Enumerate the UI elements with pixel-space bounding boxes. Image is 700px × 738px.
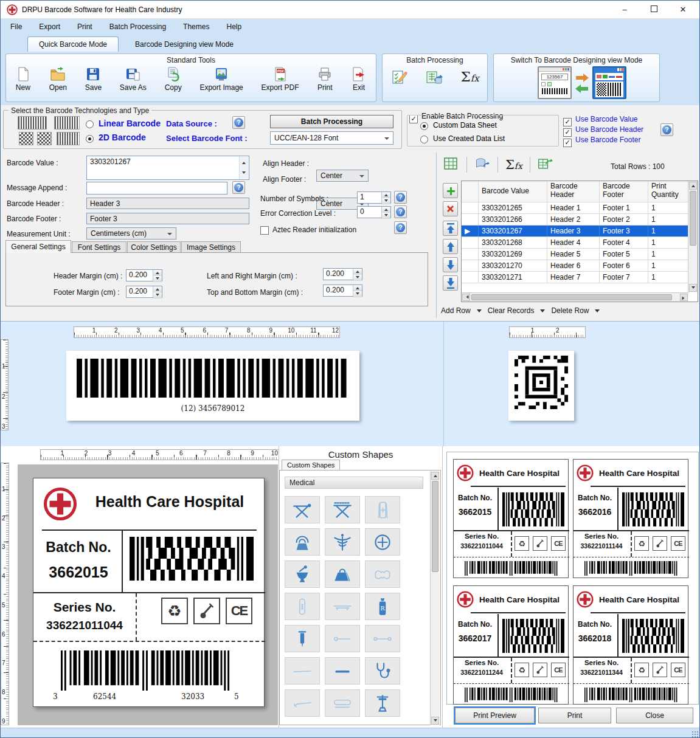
table-row[interactable]: 3303201270Header 6Footer 61 <box>462 260 698 272</box>
footer-margin-stepper[interactable]: 0.200 <box>126 286 162 298</box>
tab-quick-barcode-mode[interactable]: Quick Barcode Mode <box>27 36 119 52</box>
tab-general-settings[interactable]: General Settings <box>5 240 71 253</box>
batch-data-grid[interactable]: Barcode Value Barcode Header Barcode Foo… <box>461 181 698 302</box>
tab-barcode-designing-view-mode[interactable]: Barcode Designing view Mode <box>130 36 239 52</box>
top-bottom-margin-stepper[interactable]: 0.200 <box>323 285 362 297</box>
copy-button[interactable]: Copy <box>165 66 182 92</box>
open-button[interactable]: Open <box>49 66 67 92</box>
move-up-button[interactable] <box>443 239 458 254</box>
column-barcode-value[interactable]: Barcode Value <box>479 181 547 202</box>
print-button[interactable]: Print <box>317 66 333 92</box>
shape-rx-bottle[interactable]: R <box>365 593 400 620</box>
2d-barcode-label[interactable]: 2D Barcode <box>99 133 146 142</box>
batch-processing-button[interactable]: Batch Processing <box>270 115 393 128</box>
barcode-font-select[interactable]: UCC/EAN-128 Font <box>270 131 393 145</box>
shape-hospital-bed[interactable] <box>365 496 400 523</box>
use-barcode-footer-label[interactable]: Use Barcode Footer <box>575 136 640 144</box>
2d-barcode-radio[interactable] <box>86 133 94 144</box>
shape-scalpel[interactable] <box>285 657 320 685</box>
table-row[interactable]: 3303201271Header 7Footer 71 <box>462 272 698 283</box>
column-barcode-header[interactable]: Barcode Header <box>547 181 600 202</box>
grid-horizontal-scrollbar[interactable] <box>462 292 688 302</box>
table-row[interactable]: 3303201266Header 2Footer 21 <box>462 214 698 226</box>
barcode-header-input[interactable]: Header 3 <box>86 198 249 209</box>
shape-band-aid[interactable] <box>285 593 320 620</box>
exit-button[interactable]: Exit <box>351 66 367 92</box>
dropdown-arrow-icon[interactable] <box>595 309 600 315</box>
grid-formula-button[interactable]: Σfx <box>505 157 522 172</box>
delete-row-button-icon[interactable] <box>443 201 458 216</box>
dropdown-arrow-icon[interactable] <box>540 309 545 315</box>
move-first-button[interactable] <box>443 221 458 236</box>
shape-doctor-bag[interactable] <box>325 560 360 588</box>
shape-needle-probe[interactable] <box>365 625 400 652</box>
new-sheet-button[interactable] <box>443 156 459 173</box>
add-row-button[interactable]: Add Row <box>441 306 471 315</box>
shape-tweezers[interactable] <box>285 689 320 717</box>
shapes-scrollbar[interactable] <box>430 471 440 725</box>
shape-caduceus[interactable] <box>325 528 360 556</box>
tab-font-settings[interactable]: Font Settings <box>72 241 126 253</box>
linear-barcode-preview[interactable]: (12) 3456789012 <box>66 351 359 421</box>
align-header-select[interactable]: Center <box>316 170 369 182</box>
formula-button[interactable]: Σfx <box>460 69 479 84</box>
custom-data-sheet-radio[interactable] <box>420 120 428 131</box>
created-data-list-label[interactable]: Use Created Data List <box>433 134 505 143</box>
use-barcode-footer-checkbox[interactable]: ✓ <box>563 135 572 147</box>
created-data-list-radio[interactable] <box>420 134 428 145</box>
shape-medical-cross[interactable] <box>365 528 400 556</box>
move-last-button[interactable] <box>443 275 458 291</box>
switch-mode-group[interactable]: Switch To Barcode Designing view Mode 12… <box>493 53 660 102</box>
menu-item-help[interactable]: Help <box>226 22 241 31</box>
shape-kidney-dish[interactable] <box>325 689 360 717</box>
barcode-value-input[interactable]: 3303201267 <box>86 156 249 180</box>
shape-needle[interactable] <box>325 625 360 652</box>
resize-grip[interactable] <box>691 731 699 738</box>
message-append-input[interactable] <box>86 182 227 195</box>
close-button[interactable]: Close <box>616 708 693 723</box>
save-as-button[interactable]: Save As <box>120 66 147 92</box>
copy-sheet-button[interactable] <box>474 156 490 173</box>
print-button[interactable]: Print <box>538 708 611 723</box>
menu-item-file[interactable]: File <box>10 22 22 31</box>
custom-shapes-tab[interactable]: Custom Shapes <box>282 460 340 470</box>
shape-syringe[interactable] <box>285 625 320 652</box>
export-sheet-button[interactable] <box>538 156 553 173</box>
aztec-reader-checkbox[interactable] <box>260 225 269 236</box>
move-down-button[interactable] <box>443 257 458 272</box>
message-append-help-button[interactable]: ? <box>232 181 245 194</box>
measurement-unit-select[interactable]: Centimeters (cm) <box>86 227 176 240</box>
dropdown-arrow-icon[interactable] <box>477 309 482 315</box>
column-print-quantity[interactable]: Print Quantity <box>648 181 688 202</box>
add-row-button-icon[interactable] <box>443 183 458 198</box>
delete-row-button[interactable]: Delete Row <box>551 306 589 315</box>
table-row[interactable]: 3303201268Header 4Footer 41 <box>462 237 698 249</box>
custom-data-sheet-button[interactable] <box>390 69 409 89</box>
number-of-symbols-stepper[interactable]: 1 <box>357 191 391 204</box>
shape-mri-scanner[interactable] <box>285 528 320 556</box>
table-row[interactable]: 3303201269Header 5Footer 51 <box>462 249 698 260</box>
print-preview-button[interactable]: Print Preview <box>455 708 535 723</box>
shape-iv-stand[interactable] <box>365 689 400 717</box>
menu-item-themes[interactable]: Themes <box>183 22 209 31</box>
batch-options-help-button[interactable]: ? <box>660 123 673 136</box>
shape-examination-table[interactable] <box>285 496 320 523</box>
shape-operating-table[interactable] <box>325 496 360 523</box>
shape-stretcher[interactable] <box>325 593 360 620</box>
table-row[interactable]: 3303201265Header 1Footer 11 <box>462 202 698 214</box>
save-button[interactable]: Save <box>85 66 102 92</box>
use-barcode-header-label[interactable]: Use Barcode Header <box>575 125 643 134</box>
shape-mortar-pestle[interactable] <box>285 560 320 588</box>
custom-data-sheet-label[interactable]: Custom Data Sheet <box>433 121 497 129</box>
menu-item-batch-processing[interactable]: Batch Processing <box>109 22 166 31</box>
error-correction-help-button[interactable]: ? <box>394 205 407 218</box>
export-image-button[interactable]: Export Image <box>199 66 243 92</box>
export-pdf-button[interactable]: PDF Export PDF <box>262 66 299 92</box>
use-barcode-value-label[interactable]: Use Barcode Value <box>575 115 638 123</box>
symbols-help-button[interactable]: ? <box>394 191 407 204</box>
column-barcode-footer[interactable]: Barcode Footer <box>600 181 648 202</box>
shape-splint-line[interactable] <box>325 657 360 685</box>
tab-image-settings[interactable]: Image Settings <box>181 241 241 253</box>
aztec-barcode-preview[interactable] <box>508 351 574 421</box>
value-scrollbar[interactable] <box>239 157 248 179</box>
